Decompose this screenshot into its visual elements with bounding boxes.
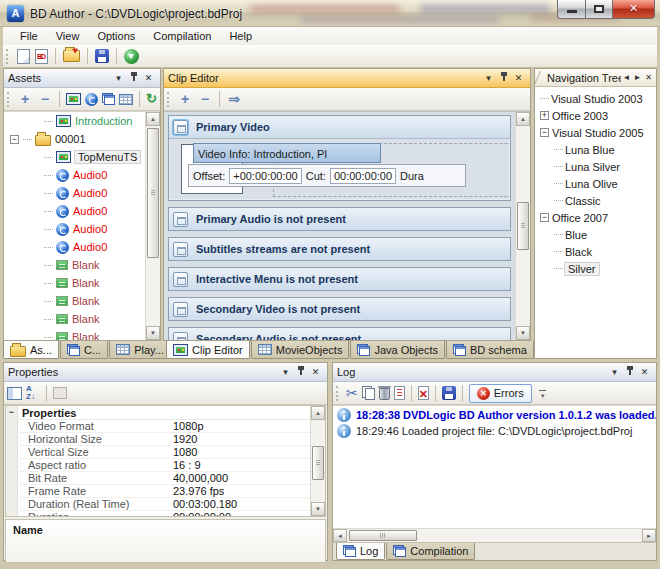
tree-item[interactable]: +Office 2003 [535, 107, 656, 124]
menu-file[interactable]: File [11, 28, 47, 44]
video-info-bar[interactable]: Video Info: Introduction, Pl [193, 143, 381, 163]
errors-button[interactable]: ✕ Errors [469, 384, 532, 403]
log-horizontal-scrollbar[interactable]: ◄ ► [333, 528, 656, 542]
scrollbar-thumb[interactable] [349, 530, 417, 541]
save-project-icon[interactable] [95, 49, 109, 63]
close-icon[interactable]: ✕ [308, 365, 323, 380]
scroll-right-icon[interactable]: ► [642, 529, 656, 542]
asset-item[interactable]: Introduction [4, 112, 160, 130]
properties-scrollbar[interactable]: ▲ ▼ [310, 406, 325, 516]
collapse-section-icon[interactable] [173, 332, 188, 341]
close-icon[interactable]: ✕ [637, 365, 652, 380]
asset-item[interactable]: Blank [4, 310, 160, 328]
tree-item[interactable]: Silver [535, 260, 656, 277]
transfer-icon[interactable]: ⇒ [226, 92, 242, 106]
category-row[interactable]: −Properties [6, 406, 325, 420]
asset-item[interactable]: Audio0 [4, 184, 160, 202]
tab-left-icon[interactable]: ◄ [621, 73, 632, 82]
collapse-section-icon[interactable] [173, 212, 188, 227]
log-entry[interactable]: 18:28:38 DVDLogic BD Author version 1.0.… [333, 406, 656, 422]
primary-video-header[interactable]: Primary Video [169, 116, 510, 138]
categorized-view-icon[interactable] [7, 387, 22, 400]
scroll-down-icon[interactable]: ▼ [516, 326, 530, 340]
menu-view[interactable]: View [47, 28, 89, 44]
close-icon[interactable]: ✕ [511, 71, 526, 86]
menu-help[interactable]: Help [220, 28, 261, 44]
tree-item[interactable]: Blue [535, 226, 656, 243]
asset-item[interactable]: Blank [4, 292, 160, 310]
tab-bd-schema[interactable]: BD schema [446, 341, 534, 359]
tab-clips[interactable]: C... [60, 341, 108, 359]
scroll-up-icon[interactable]: ▲ [146, 112, 160, 126]
panel-menu-icon[interactable]: ▾ [481, 71, 496, 86]
copy-icon[interactable] [362, 386, 375, 400]
tab-playlists[interactable]: Play... [109, 341, 171, 359]
property-value[interactable]: 1080p [169, 420, 325, 432]
clip-editor-scrollbar[interactable]: ▲ ▼ [515, 112, 530, 340]
cut-icon[interactable]: ✂ [346, 386, 358, 401]
scroll-down-icon[interactable]: ▼ [146, 326, 160, 340]
property-row[interactable]: Frame Rate23.976 fps [6, 485, 325, 498]
asset-item[interactable]: Audio0 [4, 166, 160, 184]
collapse-section-icon[interactable] [173, 272, 188, 287]
property-row[interactable]: Video Format1080p [6, 420, 325, 433]
collapse-icon[interactable]: − [6, 406, 18, 419]
minimize-button[interactable] [557, 0, 586, 19]
collapse-icon[interactable]: − [540, 213, 549, 222]
remove-stream-button[interactable]: − [197, 92, 213, 106]
panel-menu-icon[interactable]: ▾ [607, 365, 622, 380]
property-row[interactable]: Duration00:00:00:00 [6, 511, 325, 517]
assets-panel-header[interactable]: Assets ▾ ✕ [4, 69, 160, 88]
property-value[interactable]: 40,000,000 [169, 472, 325, 484]
panel-menu-icon[interactable]: ▾ [111, 71, 126, 86]
tree-item[interactable]: Luna Blue [535, 141, 656, 158]
property-value[interactable]: 16 : 9 [169, 459, 325, 471]
tab-clip-editor[interactable]: Clip Editor [166, 341, 250, 359]
property-pages-icon[interactable] [53, 387, 67, 399]
primary-audio-header[interactable]: Primary Audio is not present [169, 208, 510, 230]
property-row[interactable]: Duration (Real Time)00:03:00.180 [6, 498, 325, 511]
asset-item[interactable]: Audio0 [4, 238, 160, 256]
tree-item[interactable]: −Office 2007 [535, 209, 656, 226]
remove-asset-button[interactable]: − [37, 92, 53, 106]
tab-java-objects[interactable]: Java Objects [350, 341, 445, 359]
scroll-down-icon[interactable]: ▼ [311, 502, 325, 516]
save-log-icon[interactable] [442, 386, 456, 400]
asset-item[interactable]: −00001 [4, 130, 160, 148]
secondary-video-header[interactable]: Secondary Video is not present [169, 298, 510, 320]
cut-field[interactable]: 00:00:00:00 [330, 168, 396, 184]
asset-item[interactable]: Blank [4, 274, 160, 292]
new-bd-project-icon[interactable]: BD [35, 49, 48, 64]
navigation-tree-header[interactable]: Navigation Tree ◄ ► ✕ [535, 69, 656, 87]
panel-menu-icon[interactable]: ▾ [278, 365, 293, 380]
sort-alphabetical-icon[interactable]: AZ↓ [26, 385, 40, 401]
interactive-menu-header[interactable]: Interactive Menu is not present [169, 268, 510, 290]
scroll-up-icon[interactable]: ▲ [516, 112, 530, 126]
close-icon[interactable]: ✕ [141, 71, 156, 86]
collapse-icon[interactable]: − [10, 135, 19, 144]
delete-icon[interactable] [379, 388, 390, 400]
add-asset-button[interactable]: + [17, 92, 33, 106]
scrollbar-thumb[interactable] [312, 446, 324, 480]
property-value[interactable]: 1920 [169, 433, 325, 445]
property-value[interactable]: 23.976 fps [169, 485, 325, 497]
add-subtitle-icon[interactable] [102, 93, 115, 105]
tree-item[interactable]: Black [535, 243, 656, 260]
tree-item[interactable]: Visual Studio 2003 [535, 90, 656, 107]
compile-icon[interactable] [124, 49, 139, 64]
clip-editor-panel-header[interactable]: Clip Editor ▾ ✕ [164, 69, 530, 88]
add-video-icon[interactable] [66, 93, 81, 105]
property-row[interactable]: Vertical Size1080 [6, 446, 325, 459]
asset-item[interactable]: Blank [4, 256, 160, 274]
subtitles-header[interactable]: Subtitles streams are not present [169, 238, 510, 260]
scrollbar-thumb[interactable] [147, 128, 159, 258]
offset-field[interactable]: +00:00:00:00 [229, 168, 302, 184]
secondary-audio-header[interactable]: Secondary Audio is not present [169, 328, 510, 340]
pin-icon[interactable] [126, 71, 141, 86]
tab-assets[interactable]: As... [3, 341, 59, 359]
pin-icon[interactable] [496, 71, 511, 86]
collapse-icon[interactable]: − [540, 128, 549, 137]
asset-item[interactable]: Blank [4, 328, 160, 340]
open-project-icon[interactable] [63, 50, 80, 62]
tab-log[interactable]: Log [336, 543, 385, 560]
